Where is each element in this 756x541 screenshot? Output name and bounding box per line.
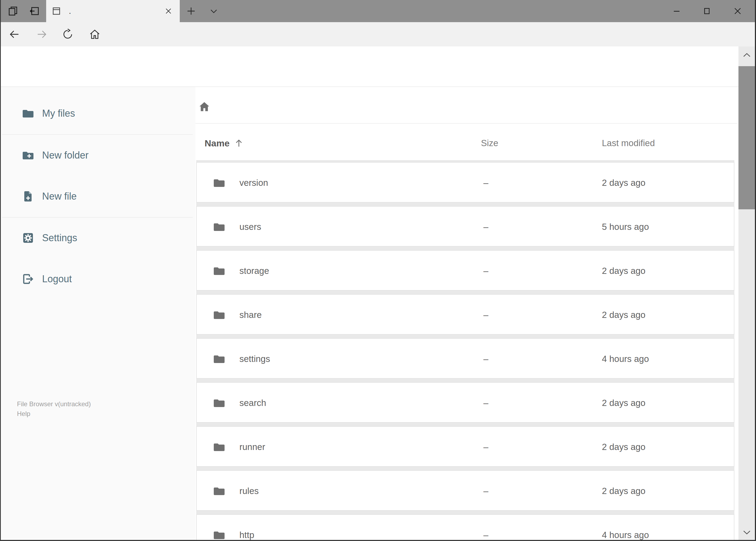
browser-window: . [0, 0, 756, 541]
file-row[interactable]: users – 5 hours ago [196, 206, 734, 247]
minimize-icon [672, 6, 681, 16]
file-modified: 2 days ago [602, 471, 645, 511]
folder-icon [213, 352, 226, 365]
sidebar-item-settings[interactable]: Settings [0, 225, 195, 251]
help-link[interactable]: Help [17, 410, 30, 417]
app-version-text: File Browser v(untracked) [17, 400, 91, 408]
file-listing: Name Size Last modified version – 2 days… [195, 87, 738, 541]
window-border-bottom [0, 540, 756, 541]
sidebar-item-label: New folder [42, 150, 89, 161]
file-name: version [239, 163, 268, 203]
page-scrollbar[interactable] [738, 46, 755, 541]
sidebar-item-new-file[interactable]: New file [0, 184, 195, 209]
chevron-up-icon [741, 50, 752, 61]
file-name: users [239, 207, 261, 247]
refresh-button[interactable] [62, 28, 74, 41]
file-rows: version – 2 days ago users – 5 hours ago… [196, 160, 734, 541]
folder-icon [213, 221, 226, 234]
sidebar-item-logout[interactable]: Logout [0, 266, 195, 292]
breadcrumb-home-button[interactable] [198, 101, 211, 114]
window-border-left [0, 0, 1, 541]
home-icon [89, 28, 101, 41]
window-border-right [755, 0, 756, 541]
tab-list-button[interactable] [203, 0, 225, 22]
file-size: – [483, 383, 488, 423]
folder-icon [213, 308, 226, 321]
back-icon [8, 28, 21, 41]
column-label: Last modified [602, 138, 655, 148]
file-size: – [483, 471, 488, 511]
column-header-size[interactable]: Size [481, 137, 498, 149]
folder-icon [213, 485, 226, 497]
file-row[interactable]: version – 2 days ago [196, 162, 734, 203]
file-modified: 2 days ago [602, 163, 645, 203]
sidebar-item-label: My files [42, 108, 75, 119]
file-modified: 2 days ago [602, 427, 645, 467]
logout-icon [22, 272, 35, 285]
home-button[interactable] [89, 28, 101, 41]
tab-close-icon[interactable] [162, 5, 174, 17]
file-size: – [483, 339, 488, 379]
filebrowser-header [0, 46, 756, 87]
file-modified: 5 hours ago [602, 207, 649, 247]
folder-icon [213, 176, 226, 189]
file-modified: 4 hours ago [602, 339, 649, 379]
chevron-down-icon [209, 6, 219, 16]
folder-icon [213, 396, 226, 409]
file-modified: 2 days ago [602, 383, 645, 423]
sidebar-item-label: New file [42, 191, 77, 202]
file-row[interactable]: rules – 2 days ago [196, 470, 734, 511]
file-size: – [483, 207, 488, 247]
file-row[interactable]: settings – 4 hours ago [196, 338, 734, 379]
file-size: – [483, 295, 488, 335]
new-tab-button[interactable] [180, 0, 202, 22]
file-size: – [483, 163, 488, 203]
column-label: Name [205, 138, 230, 149]
file-row[interactable]: share – 2 days ago [196, 294, 734, 335]
browser-toolbar: filebrowser.web/files/ [0, 22, 756, 46]
scroll-down-button[interactable] [738, 523, 755, 541]
tab-title: . [69, 6, 162, 16]
maximize-icon [702, 6, 711, 16]
page-favicon-icon [52, 6, 61, 16]
settings-icon [22, 232, 35, 245]
plus-icon [186, 6, 196, 16]
tab-preview-button[interactable] [24, 0, 45, 22]
minimize-button[interactable] [665, 0, 688, 22]
set-aside-icon [7, 5, 19, 17]
file-name: runner [239, 427, 265, 467]
close-icon [733, 6, 742, 16]
sidebar-item-label: Logout [42, 273, 72, 285]
maximize-button[interactable] [695, 0, 719, 22]
file-size: – [483, 515, 488, 541]
scrollbar-thumb[interactable] [738, 66, 755, 209]
file-row[interactable]: search – 2 days ago [196, 382, 734, 423]
file-modified: 2 days ago [602, 295, 645, 335]
scroll-up-button[interactable] [738, 46, 755, 64]
tab-strip: . [0, 0, 756, 22]
forward-button [36, 28, 48, 41]
close-window-button[interactable] [726, 0, 750, 22]
refresh-icon [62, 28, 74, 41]
sidebar-item-new-folder[interactable]: New folder [0, 142, 195, 168]
back-button[interactable] [8, 28, 21, 41]
file-size: – [483, 427, 488, 467]
column-header-name[interactable]: Name [205, 137, 244, 149]
set-tabs-aside-button[interactable] [2, 0, 24, 22]
chevron-down-icon [741, 527, 752, 537]
file-row[interactable]: storage – 2 days ago [196, 250, 734, 290]
file-name: http [239, 515, 254, 541]
file-name: rules [239, 471, 259, 511]
column-header-modified[interactable]: Last modified [602, 137, 655, 149]
sidebar-item-my-files[interactable]: My files [0, 101, 195, 126]
folder-icon [22, 107, 35, 120]
file-name: search [239, 383, 266, 423]
file-row[interactable]: http – 4 hours ago [196, 514, 734, 541]
folder-icon [213, 440, 226, 453]
file-size: – [483, 251, 488, 291]
sidebar: My files New folder New file [0, 87, 195, 541]
active-tab[interactable]: . [46, 0, 180, 22]
listing-divider [195, 123, 738, 124]
file-row[interactable]: runner – 2 days ago [196, 426, 734, 467]
folder-icon [213, 529, 226, 541]
